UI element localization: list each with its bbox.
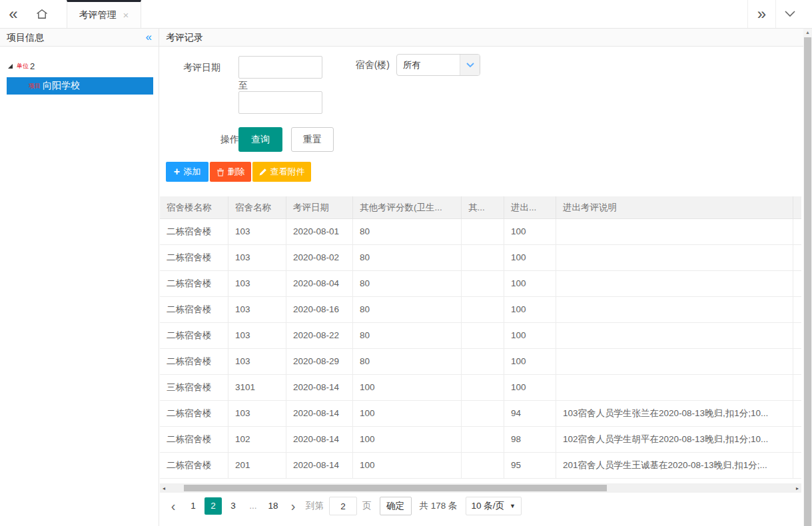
tabs-scroll-left-icon[interactable]: «	[0, 0, 27, 28]
table-cell: 2020-08-29	[286, 349, 353, 374]
table-cell: 二栋宿舍楼	[160, 323, 228, 348]
pagination-pages: 123...18	[185, 497, 282, 515]
column-header: 进出...	[504, 196, 556, 218]
column-header: 其...	[462, 196, 504, 218]
sidebar-collapse-icon[interactable]: «	[146, 29, 152, 46]
table-row[interactable]: 二栋宿舍楼1032020-08-0280100	[160, 245, 801, 271]
scroll-left-arrow-icon[interactable]: ◂	[160, 483, 168, 493]
table-row[interactable]: 二栋宿舍楼1022020-08-1410098102宿舍人员学生胡平在2020-…	[160, 427, 801, 453]
table-cell	[556, 219, 793, 244]
tree-expand-icon[interactable]	[8, 64, 13, 69]
table-cell	[462, 271, 504, 296]
table-cell: 2020-08-04	[286, 271, 353, 296]
table-cell: 103	[228, 349, 286, 374]
table-row[interactable]: 二栋宿舍楼1032020-08-2980100	[160, 349, 801, 375]
table-cell: 80	[353, 297, 462, 322]
table-row[interactable]: 三栋宿舍楼31012020-08-14100100	[160, 375, 801, 401]
table-cell: 100	[353, 453, 462, 478]
table-row[interactable]: 二栋宿舍楼1032020-08-1410094103宿舍人员学生张兰在2020-…	[160, 401, 801, 427]
tab-menu-button[interactable]	[775, 0, 803, 28]
vertical-scrollbar-thumb[interactable]	[804, 37, 811, 526]
tree-node-unit[interactable]: 单位 2	[0, 59, 159, 73]
table-cell: 80	[353, 271, 462, 296]
close-tab-icon[interactable]: ×	[123, 9, 129, 21]
table-body: 二栋宿舍楼1032020-08-0180100二栋宿舍楼1032020-08-0…	[160, 219, 801, 479]
table-cell: 2020-08-02	[286, 245, 353, 270]
horizontal-scrollbar-thumb[interactable]	[184, 485, 607, 491]
table-row[interactable]: 二栋宿舍楼1032020-08-0480100	[160, 271, 801, 297]
table-cell: 100	[353, 401, 462, 426]
school-label: 向阳学校	[43, 80, 80, 92]
goto-page-input[interactable]	[329, 497, 357, 515]
scroll-up-arrow-icon[interactable]: ▲	[803, 30, 812, 35]
table-cell: 二栋宿舍楼	[160, 453, 228, 478]
table-cell: 三栋宿舍楼	[160, 375, 228, 400]
tab-kaoping-guanli[interactable]: 考评管理 ×	[67, 0, 141, 28]
date-range-label: 考评日期	[179, 56, 220, 79]
table-cell: 100	[504, 219, 556, 244]
table-cell: 100	[504, 297, 556, 322]
delete-button-label: 删除	[228, 166, 245, 178]
dorm-select-label: 宿舍(楼)	[339, 54, 390, 76]
table-cell	[462, 349, 504, 374]
table-cell: 二栋宿舍楼	[160, 297, 228, 322]
table-cell: 二栋宿舍楼	[160, 427, 228, 452]
reset-button[interactable]: 重置	[291, 127, 334, 152]
prev-page-icon[interactable]: ‹	[166, 497, 181, 515]
table-cell: 100	[504, 349, 556, 374]
delete-button[interactable]: 删除	[210, 162, 251, 182]
table-cell	[462, 401, 504, 426]
dorm-select[interactable]: 所有	[396, 54, 480, 76]
search-button[interactable]: 查询	[238, 127, 282, 152]
table-cell: 二栋宿舍楼	[160, 271, 228, 296]
project-tree: 单位 2 项目 向阳学校	[0, 47, 159, 95]
table-cell: 二栋宿舍楼	[160, 401, 228, 426]
top-tab-bar: « 考评管理 × »	[0, 0, 812, 29]
tabs-scroll-right-button[interactable]: »	[747, 0, 775, 28]
view-attachment-button[interactable]: 查看附件	[252, 162, 311, 182]
table-cell	[462, 427, 504, 452]
table-cell: 80	[353, 323, 462, 348]
table-cell	[556, 245, 793, 270]
select-caret-zone[interactable]	[460, 55, 480, 75]
page-size-select[interactable]: 10 条/页 ▼	[466, 497, 522, 515]
table-cell: 98	[504, 427, 556, 452]
home-tab-button[interactable]	[27, 0, 57, 28]
chevron-down-icon	[785, 11, 795, 17]
page-button-2[interactable]: 2	[204, 497, 222, 515]
trash-icon	[216, 168, 224, 176]
table-cell: 二栋宿舍楼	[160, 245, 228, 270]
table-row[interactable]: 二栋宿舍楼1032020-08-2280100	[160, 323, 801, 349]
table-cell: 2020-08-14	[286, 401, 353, 426]
table-cell: 100	[504, 375, 556, 400]
caret-down-icon: ▼	[510, 503, 516, 509]
date-from-input[interactable]	[238, 56, 322, 79]
table-cell: 2020-08-14	[286, 453, 353, 478]
column-header: 宿舍楼名称	[160, 196, 228, 218]
next-page-icon[interactable]: ›	[286, 497, 300, 515]
pagination-bar: ‹ 123...18 › 到第 页 确定 共 178 条 10 条/页 ▼	[166, 497, 522, 515]
date-to-input[interactable]	[238, 91, 322, 114]
page-button-18[interactable]: 18	[264, 497, 282, 515]
table-cell: 100	[504, 323, 556, 348]
scroll-right-arrow-icon[interactable]: ▸	[793, 483, 801, 493]
table-cell: 二栋宿舍楼	[160, 349, 228, 374]
sidebar-header: 项目信息 «	[0, 29, 159, 47]
page-button-1[interactable]: 1	[185, 497, 202, 515]
table-row[interactable]: 二栋宿舍楼2012020-08-1410095201宿舍人员学生王诚基在2020…	[160, 453, 801, 479]
table-row[interactable]: 二栋宿舍楼1032020-08-0180100	[160, 219, 801, 245]
table-cell: 102	[228, 427, 286, 452]
add-button[interactable]: + 添加	[166, 162, 208, 182]
pencil-icon	[259, 168, 267, 176]
table-row[interactable]: 二栋宿舍楼1032020-08-1680100	[160, 297, 801, 323]
table-cell	[462, 245, 504, 270]
table-cell: 80	[353, 245, 462, 270]
tree-node-school-selected[interactable]: 项目 向阳学校	[7, 77, 153, 95]
column-header: 其他考评分数(卫生...	[353, 196, 462, 218]
table-cell: 80	[353, 349, 462, 374]
vertical-scrollbar[interactable]: ▲	[803, 29, 812, 526]
table-cell-filler	[793, 401, 801, 426]
page-button-3[interactable]: 3	[224, 497, 242, 515]
horizontal-scrollbar[interactable]: ◂ ▸	[160, 483, 801, 493]
confirm-button[interactable]: 确定	[380, 497, 412, 515]
